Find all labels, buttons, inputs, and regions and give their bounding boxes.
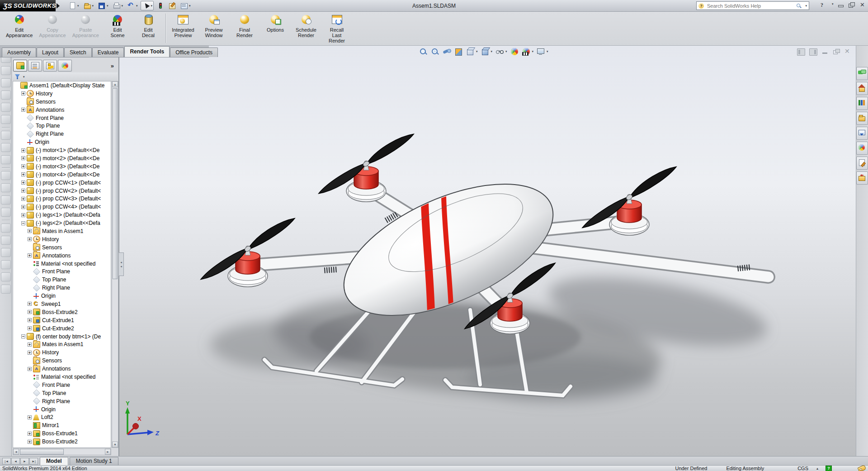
display-style-button[interactable]: ▾ [480,47,494,56]
task-pane-properties-button[interactable] [856,157,868,170]
tree-item[interactable]: Sensors [13,98,111,106]
tree-item[interactable]: +(-) motor<3> (Default<<De [13,162,111,171]
save-dropdown[interactable]: ▾ [107,4,108,8]
print-dropdown[interactable]: ▾ [122,4,123,8]
zoom-to-area-button[interactable] [429,47,440,56]
expand-box[interactable]: + [21,164,25,168]
tree-item[interactable]: +History [13,348,111,357]
tree-item[interactable]: +Cut-Extrude1 [13,316,111,324]
tree-item[interactable]: Sensors [13,243,111,252]
expand-box[interactable]: + [28,440,32,444]
view-settings-button[interactable]: ▾ [535,47,549,56]
task-pane-forum-button[interactable] [856,67,868,80]
option-list-button[interactable]: ▾ [179,1,192,10]
tree-item[interactable]: Origin [13,405,111,414]
tree-item[interactable]: +Cut-Extrude2 [13,324,111,333]
unit-dropdown-caret[interactable]: ▴ [816,466,818,471]
expand-box[interactable]: + [28,302,32,306]
final-render-button[interactable]: FinalRender [229,11,260,45]
search-box[interactable]: ? ▾ [696,1,809,10]
document-restore-button[interactable] [833,48,840,55]
scroll-left-arrow[interactable]: ◄ [13,449,19,455]
tree-item[interactable]: +(-) legs<1> (Default<<Defa [13,211,111,219]
previous-view-button[interactable] [441,47,452,56]
tree-item[interactable]: +Annotations [13,365,111,373]
tree-item[interactable]: +(-) motor<1> (Default<<De [13,146,111,154]
apply-scene-dropdown[interactable]: ▾ [532,50,534,53]
expand-box[interactable]: + [21,91,25,95]
tab-sketch[interactable]: Sketch [64,48,92,57]
tree-item[interactable]: Mirror1 [13,421,111,429]
select-dropdown[interactable]: ▾ [151,4,153,8]
tab-office-products[interactable]: Office Products [170,48,218,57]
tree-item[interactable]: Sensors [13,357,111,365]
edit-decal-button[interactable]: EditDecal [133,11,164,45]
apply-scene-button[interactable]: ▾ [521,47,535,56]
tab-render-tools[interactable]: Render Tools [124,46,170,57]
task-pane-palette-button[interactable] [856,127,868,140]
expand-box[interactable]: + [21,213,25,217]
tree-item[interactable]: +(-) prop CCW<3> (Default< [13,195,111,203]
first-button[interactable]: |◄ [2,458,11,465]
print-button[interactable]: ▾ [111,1,125,10]
last-button[interactable]: ►| [29,458,38,465]
tree-item[interactable]: Material <not specified [13,260,111,268]
tree-item[interactable]: Right Plane [13,130,111,138]
tree-item[interactable]: Top Plane [13,276,111,284]
section-view-button[interactable] [453,47,464,56]
hide-show-items-button[interactable]: ▾ [494,47,508,56]
panel-tab-propertymanager[interactable] [28,60,42,71]
next-button[interactable]: ► [20,458,29,465]
expand-box[interactable]: + [28,310,32,314]
tab-evaluate[interactable]: Evaluate [92,48,124,57]
expand-box[interactable]: + [21,108,25,112]
view-settings-dropdown[interactable]: ▾ [547,50,548,53]
task-pane-explorer-button[interactable] [856,112,868,125]
previous-button[interactable]: ◄ [11,458,20,465]
edit-appearance-button[interactable] [509,47,520,56]
expand-box[interactable]: + [21,205,25,209]
preview-window-button[interactable]: PreviewWindow [198,11,229,45]
edit-appearance-button[interactable]: EditAppearance [3,11,36,45]
tree-item[interactable]: +(-) prop CCW<4> (Default< [13,203,111,211]
integrated-preview-button[interactable]: IntegratedPreview [168,11,198,45]
tree-filter-row[interactable]: ▾ [13,72,118,81]
tree-item[interactable]: Assem1 (Default<Display State [13,81,111,90]
expand-box[interactable]: + [28,432,32,436]
tree-item[interactable]: +Loft2 [13,414,111,422]
tree-item[interactable]: +Mates in Assem1 [13,227,111,235]
tree-item[interactable]: +Annotations [13,252,111,260]
tree-item[interactable]: +(-) prop CCW<1> (Default< [13,179,111,187]
tree-item[interactable]: +(-) prop CCW<2> (Default< [13,187,111,195]
tree-item[interactable]: −(f) center body btm<1> (De [13,333,111,341]
tree-item[interactable]: +Annotations [13,106,111,114]
tree-item[interactable]: Top Plane [13,389,111,397]
search-input[interactable] [706,3,794,9]
tree-item[interactable]: +Sweep1 [13,300,111,308]
graphics-area[interactable]: Y Z X ▾▾▾▾▾ [119,45,856,456]
tree-item[interactable]: Front Plane [13,114,111,122]
close-button[interactable] [859,2,866,8]
document-split-vertical-button[interactable] [809,48,817,56]
tree-item[interactable]: −(-) legs<2> (Default<<Defa [13,219,111,227]
open-file-button[interactable]: ▾ [82,1,95,10]
collapse-box[interactable]: − [21,221,25,225]
help-dropdown[interactable] [830,2,834,8]
tab-model[interactable]: Model [40,457,68,465]
tree-item[interactable]: +History [13,235,111,243]
edit-scene-button[interactable]: EditScene [102,11,133,45]
drone-assembly-3d-model[interactable]: Y Z X [119,57,856,456]
tree-horizontal-scrollbar[interactable]: ◄ ► [13,448,111,455]
undo-dropdown[interactable]: ▾ [136,4,138,8]
panel-tab-configurationmanager[interactable] [43,60,57,71]
hide-show-items-dropdown[interactable]: ▾ [505,50,507,53]
expand-box[interactable]: + [21,148,25,152]
scroll-up-arrow[interactable]: ▲ [112,81,118,87]
tree-item[interactable]: +(-) motor<2> (Default<<De [13,154,111,162]
tab-motion-study-1[interactable]: Motion Study 1 [70,457,118,465]
tree-item[interactable]: Front Plane [13,381,111,389]
expand-box[interactable]: + [28,237,32,241]
tree-vertical-scrollbar[interactable]: ▲ ▼ [112,81,118,448]
tab-assembly[interactable]: Assembly [2,48,36,57]
panel-splitter-handle[interactable]: ◂◂ [118,252,124,276]
